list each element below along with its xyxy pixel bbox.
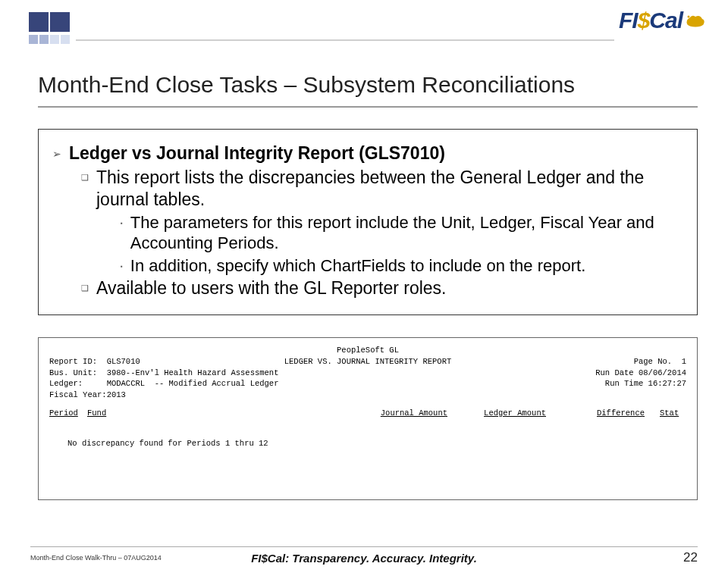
- slide-footer: Month-End Close Walk-Thru – 07AUG2014 FI…: [30, 546, 698, 565]
- bullet-marker: ❑: [81, 173, 89, 183]
- fiscal-logo: FI$Cal: [619, 8, 707, 33]
- slide-title: Month-End Close Tasks – Subsystem Reconc…: [38, 72, 575, 98]
- report-time: Run Time 16:27:27: [605, 378, 686, 390]
- bullet-marker: ❑: [81, 283, 89, 293]
- report-ledger: Ledger: MODACCRL -- Modified Accrual Led…: [49, 378, 278, 390]
- bullet-level1: ➢ Ledger vs Journal Integrity Report (GL…: [52, 143, 683, 164]
- bullet-text: Ledger vs Journal Integrity Report (GLS7…: [69, 143, 445, 164]
- report-body: No discrepancy found for Periods 1 thru …: [49, 439, 686, 448]
- bear-icon: [684, 12, 707, 29]
- bullet-level2: ❑ This report lists the discrepancies be…: [81, 167, 683, 211]
- svg-point-0: [688, 16, 690, 18]
- bullet-text: The parameters for this report include t…: [130, 212, 683, 254]
- report-columns: Period Fund Journal Amount Ledger Amount…: [49, 408, 686, 418]
- title-underline: [38, 106, 698, 108]
- content-box: ➢ Ledger vs Journal Integrity Report (GL…: [38, 129, 698, 315]
- bullet-text: This report lists the discrepancies betw…: [96, 167, 683, 211]
- logo-text: FI$Cal: [619, 8, 682, 33]
- bullet-level2: ❑ Available to users with the GL Reporte…: [81, 277, 683, 299]
- report-system: PeopleSoft GL: [337, 346, 399, 355]
- bullet-marker: ▪: [121, 220, 123, 227]
- report-unit: Bus. Unit: 3980--Env'l Health Hazard Ass…: [49, 368, 278, 379]
- bullet-marker: ▪: [121, 263, 123, 270]
- report-title: LEDGER VS. JOURNAL INTEGRITY REPORT: [284, 356, 452, 368]
- bullet-level3: ▪ The parameters for this report include…: [121, 212, 683, 254]
- slide: FI$Cal Month-End Close Tasks – Subsystem…: [0, 0, 728, 582]
- report-id: Report ID: GLS7010: [49, 356, 140, 368]
- bullet-text: Available to users with the GL Reporter …: [96, 277, 447, 299]
- report-screenshot: PeopleSoft GL Report ID: GLS7010 LEDGER …: [38, 337, 698, 500]
- bullet-marker: ➢: [52, 148, 61, 160]
- report-fy: Fiscal Year:2013: [49, 390, 126, 401]
- footer-tagline: FI$Cal: Transparency. Accuracy. Integrit…: [251, 552, 477, 565]
- bullet-text: In addition, specify which ChartFields t…: [130, 255, 585, 277]
- report-date: Run Date 08/06/2014: [595, 368, 686, 379]
- bullet-level3: ▪ In addition, specify which ChartFields…: [121, 255, 683, 277]
- page-number: 22: [683, 550, 698, 565]
- header-divider: [76, 39, 614, 41]
- footer-left: Month-End Close Walk-Thru – 07AUG2014: [30, 554, 162, 562]
- report-page: Page No. 1: [634, 356, 686, 368]
- decorative-squares: [29, 12, 70, 44]
